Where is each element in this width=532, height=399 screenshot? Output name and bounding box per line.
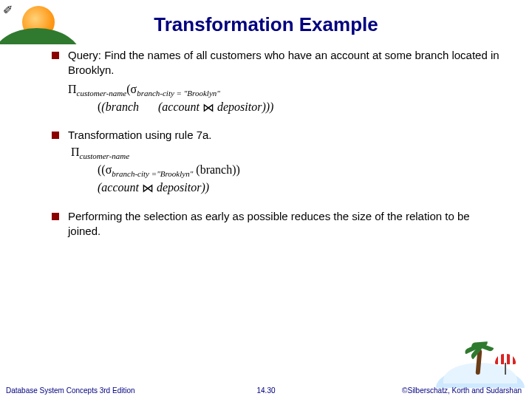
- join-icon: ⋈: [202, 100, 214, 116]
- bullet-text: Performing the selection as early as pos…: [68, 210, 470, 237]
- rel-account: (account: [98, 181, 139, 194]
- pi-symbol: Π: [68, 83, 77, 95]
- sigma-open: (σ: [126, 83, 137, 95]
- expr-original-line2: ((branch (account ⋈ depositor))): [98, 99, 499, 115]
- bullet-note: Performing the selection as early as pos…: [52, 209, 499, 239]
- bullet-text: Transformation using rule 7a.: [68, 129, 212, 141]
- sigma-open: ((σ: [98, 163, 112, 176]
- join-icon: ⋈: [142, 180, 154, 197]
- expr-transformed-line3: (account ⋈ depositor)): [98, 180, 499, 196]
- decorative-island-graphic: [436, 329, 525, 388]
- pi-symbol: Π: [71, 146, 80, 158]
- pi-subscript: customer-name: [80, 152, 130, 161]
- rel-account: (account: [158, 100, 200, 113]
- bullet-transformation: Transformation using rule 7a. Πcustomer-…: [52, 128, 499, 196]
- bullet-query: Query: Find the names of all customers w…: [52, 48, 499, 115]
- rel-depositor: depositor)): [157, 181, 209, 194]
- rel-branch: (branch)): [193, 163, 240, 176]
- sigma-subscript: branch-city ="Brooklyn": [112, 170, 193, 179]
- expr-original: Πcustomer-name(σbranch-city = "Brooklyn": [68, 81, 499, 99]
- rel-depositor: depositor))): [217, 100, 273, 113]
- pi-subscript: customer-name: [77, 89, 127, 98]
- bullet-text: Query: Find the names of all customers w…: [68, 49, 499, 76]
- slide-content: Query: Find the names of all customers w…: [0, 44, 532, 239]
- expr-transformed: Πcustomer-name: [71, 144, 499, 162]
- slide-footer: Database System Concepts 3rd Edition 14.…: [0, 386, 532, 395]
- footer-page-number: 14.30: [0, 386, 532, 395]
- expr-transformed-line2: ((σbranch-city ="Brooklyn" (branch)): [98, 162, 499, 180]
- sigma-subscript: branch-city = "Brooklyn": [137, 89, 220, 98]
- decorative-sun-graphic: ✐: [0, 0, 81, 44]
- slide: ✐ Transformation Example Query: Find the…: [0, 0, 532, 399]
- rel-branch: (branch: [101, 100, 139, 113]
